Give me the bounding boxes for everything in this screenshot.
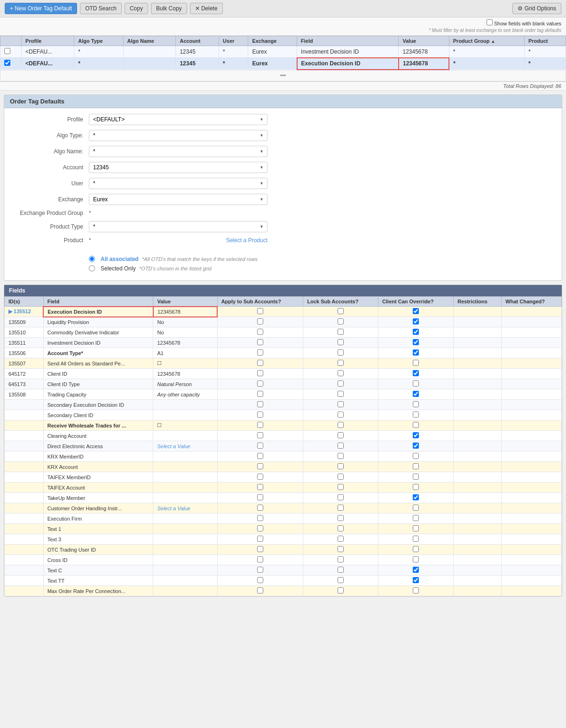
override-checkbox-cell[interactable] [378, 441, 454, 451]
lock-checkbox-cell[interactable] [303, 514, 378, 524]
override-checkbox-cell[interactable] [378, 534, 454, 545]
profile-select[interactable]: <DEFAULT> [89, 114, 267, 125]
apply-checkbox-cell[interactable] [217, 338, 303, 348]
product-type-select-wrapper[interactable]: * [89, 221, 267, 232]
table-row[interactable]: 135507Send All Orders as Standard Pe...☐ [5, 358, 562, 369]
lock-checkbox-cell[interactable] [303, 586, 378, 596]
table-row[interactable]: Text TT [5, 576, 562, 586]
lock-checkbox-cell[interactable] [303, 317, 378, 327]
grid-options-button[interactable]: ⚙ Grid Options [512, 3, 561, 14]
apply-checkbox-cell[interactable] [217, 451, 303, 462]
blank-values-checkbox[interactable] [487, 19, 493, 25]
table-row[interactable]: <DEFAU... * 12345 * Eurex Investment Dec… [0, 46, 566, 58]
col-product[interactable]: Product [524, 36, 566, 46]
override-checkbox-cell[interactable] [378, 389, 454, 400]
lock-checkbox-cell[interactable] [303, 493, 378, 503]
apply-checkbox-cell[interactable] [217, 307, 303, 317]
override-checkbox-cell[interactable] [378, 503, 454, 514]
apply-checkbox-cell[interactable] [217, 462, 303, 472]
lock-checkbox-cell[interactable] [303, 451, 378, 462]
algo-name-select-wrapper[interactable]: * [89, 146, 267, 157]
apply-checkbox-cell[interactable] [217, 441, 303, 451]
col-algo-type[interactable]: Algo Type [74, 36, 123, 46]
apply-checkbox-cell[interactable] [217, 379, 303, 389]
lock-checkbox-cell[interactable] [303, 338, 378, 348]
override-checkbox-cell[interactable] [378, 400, 454, 410]
table-row[interactable]: Secondary Execution Decision ID [5, 400, 562, 410]
user-select[interactable]: * [89, 178, 267, 189]
lock-checkbox-cell[interactable] [303, 389, 378, 400]
override-checkbox-cell[interactable] [378, 565, 454, 576]
apply-selected-radio[interactable] [89, 265, 95, 271]
copy-button[interactable]: Copy [125, 3, 148, 14]
apply-checkbox-cell[interactable] [217, 420, 303, 431]
row-checkbox[interactable] [0, 46, 22, 58]
algo-type-select-wrapper[interactable]: * [89, 130, 267, 141]
algo-name-select[interactable]: * [89, 146, 267, 157]
override-checkbox-cell[interactable] [378, 576, 454, 586]
blank-values-label[interactable]: Show fields with blank values [487, 21, 561, 26]
table-row[interactable]: Secondary Client ID [5, 410, 562, 420]
apply-checkbox-cell[interactable] [217, 534, 303, 545]
col-exchange[interactable]: Exchange [248, 36, 297, 46]
lock-checkbox-cell[interactable] [303, 565, 378, 576]
lock-checkbox-cell[interactable] [303, 307, 378, 317]
table-row[interactable]: 135511Investment Decision ID12345678 [5, 338, 562, 348]
apply-checkbox-cell[interactable] [217, 369, 303, 379]
lock-checkbox-cell[interactable] [303, 441, 378, 451]
apply-checkbox-cell[interactable] [217, 493, 303, 503]
table-row[interactable]: 135508Trading CapacityAny other capacity [5, 389, 562, 400]
override-checkbox-cell[interactable] [378, 555, 454, 565]
col-field[interactable]: Field [297, 36, 399, 46]
col-product-group[interactable]: Product Group ▲ [449, 36, 524, 46]
lock-checkbox-cell[interactable] [303, 348, 378, 358]
col-algo-name[interactable]: Algo Name [123, 36, 176, 46]
override-checkbox-cell[interactable] [378, 379, 454, 389]
table-row[interactable]: Receive Wholesale Trades for ...☐ [5, 420, 562, 431]
table-row[interactable]: Execution Firm [5, 514, 562, 524]
table-row[interactable]: <DEFAU... * 12345 * Eurex Execution Deci… [0, 58, 566, 70]
table-row[interactable]: Direct Electronic AccessSelect a Value [5, 441, 562, 451]
row-checkbox[interactable] [0, 58, 22, 70]
override-checkbox-cell[interactable] [378, 358, 454, 369]
table-row[interactable]: TAIFEX Account [5, 483, 562, 493]
apply-checkbox-cell[interactable] [217, 317, 303, 327]
override-checkbox-cell[interactable] [378, 338, 454, 348]
table-row[interactable]: ▶ 135512Execution Decision ID12345678 [5, 307, 562, 317]
algo-type-select[interactable]: * [89, 130, 267, 141]
col-profile[interactable]: Profile [22, 36, 74, 46]
override-checkbox-cell[interactable] [378, 545, 454, 555]
exchange-select-wrapper[interactable]: Eurex [89, 194, 267, 205]
lock-checkbox-cell[interactable] [303, 358, 378, 369]
account-select[interactable]: 12345 [89, 162, 267, 173]
table-row[interactable]: Text 1 [5, 524, 562, 534]
override-checkbox-cell[interactable] [378, 369, 454, 379]
lock-checkbox-cell[interactable] [303, 576, 378, 586]
override-checkbox-cell[interactable] [378, 483, 454, 493]
lock-checkbox-cell[interactable] [303, 400, 378, 410]
profile-select-wrapper[interactable]: <DEFAULT> [89, 114, 267, 125]
table-row[interactable]: Text 3 [5, 534, 562, 545]
table-row[interactable]: 645172Client ID12345678 [5, 369, 562, 379]
lock-checkbox-cell[interactable] [303, 462, 378, 472]
product-type-select[interactable]: * [89, 221, 267, 232]
override-checkbox-cell[interactable] [378, 514, 454, 524]
user-select-wrapper[interactable]: * [89, 178, 267, 189]
override-checkbox-cell[interactable] [378, 472, 454, 483]
apply-checkbox-cell[interactable] [217, 576, 303, 586]
override-checkbox-cell[interactable] [378, 493, 454, 503]
bulk-copy-button[interactable]: Bulk Copy [151, 3, 187, 14]
lock-checkbox-cell[interactable] [303, 420, 378, 431]
apply-checkbox-cell[interactable] [217, 389, 303, 400]
col-value[interactable]: Value [399, 36, 449, 46]
apply-checkbox-cell[interactable] [217, 472, 303, 483]
apply-checkbox-cell[interactable] [217, 503, 303, 514]
apply-checkbox-cell[interactable] [217, 483, 303, 493]
override-checkbox-cell[interactable] [378, 462, 454, 472]
table-row[interactable]: Cross ID [5, 555, 562, 565]
account-select-wrapper[interactable]: 12345 [89, 162, 267, 173]
lock-checkbox-cell[interactable] [303, 431, 378, 441]
override-checkbox-cell[interactable] [378, 348, 454, 358]
table-row[interactable]: 135510Commodity Derivative IndicatorNo [5, 327, 562, 338]
table-row[interactable]: 645173Client ID TypeNatural Person [5, 379, 562, 389]
